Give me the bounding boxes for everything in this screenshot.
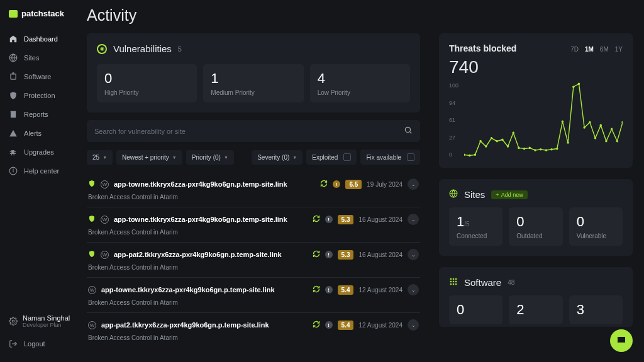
vulnerability-desc: Broken Access Control in Atarim [88, 194, 419, 200]
search-icon[interactable] [404, 126, 413, 136]
nav-label: Help center [24, 167, 59, 175]
warning-icon: ! [333, 180, 340, 188]
priority-filter[interactable]: Priority (0)▼ [186, 150, 234, 165]
range-tab-7d[interactable]: 7D [570, 46, 579, 53]
svg-point-41 [621, 121, 623, 124]
nav-item-sites[interactable]: Sites [0, 48, 80, 67]
stat-card[interactable]: 3 [569, 295, 623, 324]
search-input[interactable] [94, 128, 404, 135]
threats-panel: Threats blocked 7D1M6M1Y 740 1009461270 [439, 33, 633, 168]
threats-total: 740 [449, 57, 623, 77]
nav-item-help-center[interactable]: Help center [0, 162, 80, 180]
vulnerability-site: app-towne.tkkryx6zza-pxr4kg9ko6gn.p.temp… [114, 180, 287, 188]
svg-point-26 [540, 148, 541, 151]
chevron-down-icon: ▼ [292, 155, 297, 160]
svg-rect-45 [453, 278, 454, 280]
refresh-icon[interactable] [313, 285, 320, 294]
sites-title: Sites [464, 189, 485, 200]
nav-label: Protection [24, 92, 55, 99]
vulnerability-row[interactable]: W app-pat2.tkkryx6zza-pxr4kg9ko6gn.p.tem… [87, 242, 420, 277]
svg-point-40 [616, 140, 618, 143]
refresh-icon[interactable] [320, 180, 328, 189]
refresh-icon[interactable] [313, 215, 320, 224]
nav: DashboardSitesSoftwareProtectionReportsA… [0, 30, 80, 180]
nav-item-dashboard[interactable]: Dashboard [0, 30, 80, 48]
chevron-down-icon: ▼ [172, 155, 177, 160]
y-tick: 27 [449, 134, 458, 141]
stat-card[interactable]: 0 High Priority [97, 64, 197, 102]
severity-badge: 5.3 [338, 250, 354, 260]
svg-point-16 [485, 145, 487, 148]
vulnerability-date: 16 August 2024 [358, 251, 402, 258]
vulnerability-site: app-towne.tkkryx6zza-pxr4kg9ko6gn.p.temp… [101, 286, 275, 293]
more-button[interactable]: ⌄ [408, 284, 419, 295]
svg-point-36 [594, 137, 596, 140]
threats-title: Threats blocked [449, 43, 516, 53]
stat-num: 0 [104, 70, 189, 87]
more-button[interactable]: ⌄ [408, 249, 419, 260]
more-button[interactable]: ⌄ [408, 319, 419, 331]
range-tab-6m[interactable]: 6M [600, 46, 609, 53]
chat-fab[interactable] [610, 329, 633, 352]
stat-label: High Priority [104, 89, 189, 96]
stat-num: 0 [516, 214, 555, 230]
brand-logo[interactable]: patchstack [0, 9, 80, 30]
stat-card[interactable]: 1/5 Connected [449, 207, 502, 246]
vulnerability-site: app-towne.tkkryx6zza-pxr4kg9ko6gn.p.temp… [114, 216, 287, 223]
more-button[interactable]: ⌄ [408, 214, 419, 225]
stat-card[interactable]: 4 Low Priority [310, 64, 410, 102]
nav-item-software[interactable]: Software [0, 67, 80, 86]
svg-rect-44 [450, 278, 452, 280]
svg-point-10 [405, 127, 410, 132]
globe-icon [9, 53, 18, 62]
wordpress-icon: W [88, 286, 96, 294]
stat-card[interactable]: 1 Medium Priority [203, 64, 303, 102]
page-size-select[interactable]: 25▼ [87, 150, 113, 165]
nav-item-upgrades[interactable]: Upgrades [0, 143, 80, 162]
stat-card[interactable]: 0 Outdated [509, 207, 562, 246]
vulnerabilities-title: Vulnerabilities [113, 43, 172, 54]
vulnerability-row[interactable]: W app-towne.tkkryx6zza-pxr4kg9ko6gn.p.te… [87, 277, 420, 312]
svg-line-11 [410, 132, 412, 134]
fix-toggle[interactable]: Fix available [360, 150, 420, 165]
sort-select[interactable]: Newest + priority▼ [116, 150, 182, 165]
chevron-down-icon: ▼ [224, 155, 228, 160]
vulnerability-row[interactable]: W app-towne.tkkryx6zza-pxr4kg9ko6gn.p.te… [87, 207, 420, 242]
refresh-icon[interactable] [313, 321, 320, 329]
severity-badge: 6.5 [345, 180, 362, 189]
brand-icon [9, 10, 18, 18]
svg-rect-51 [453, 283, 454, 285]
exploited-toggle[interactable]: Exploited [306, 150, 357, 165]
more-button[interactable]: ⌄ [408, 178, 419, 190]
stat-num: 3 [577, 302, 615, 318]
nav-item-reports[interactable]: Reports [0, 105, 80, 124]
user-block[interactable]: Naman Singhal Developer Plan [0, 309, 80, 333]
vulnerability-row[interactable]: W app-towne.tkkryx6zza-pxr4kg9ko6gn.p.te… [87, 172, 420, 207]
vulnerabilities-icon: ◉ [97, 44, 107, 54]
nav-item-protection[interactable]: Protection [0, 86, 80, 105]
range-tab-1m[interactable]: 1M [585, 46, 594, 53]
svg-point-27 [545, 149, 547, 151]
search-bar[interactable] [87, 120, 420, 142]
svg-point-23 [523, 148, 525, 150]
stat-card[interactable]: 2 [509, 295, 562, 324]
svg-point-22 [518, 147, 519, 150]
add-site-button[interactable]: + Add new [491, 190, 527, 199]
logout-button[interactable]: Logout [0, 334, 80, 353]
svg-rect-49 [455, 281, 457, 282]
stat-num: 1/5 [457, 214, 495, 230]
stat-card[interactable]: 0 Vulnerable [569, 207, 623, 246]
svg-rect-48 [453, 281, 454, 282]
severity-filter[interactable]: Severity (0)▼ [252, 150, 303, 165]
nav-item-alerts[interactable]: Alerts [0, 124, 80, 143]
range-tab-1y[interactable]: 1Y [615, 46, 623, 53]
vulnerability-row[interactable]: W app-pat2.tkkryx6zza-pxr4kg9ko6gn.p.tem… [87, 312, 420, 348]
stat-card[interactable]: 0 [449, 295, 502, 324]
svg-point-8 [12, 320, 14, 322]
vulnerability-desc: Broken Access Control in Atarim [88, 299, 419, 306]
nav-label: Reports [24, 111, 48, 118]
svg-point-29 [556, 148, 558, 150]
shield-icon [88, 215, 96, 224]
puzzle-icon [9, 148, 18, 156]
refresh-icon[interactable] [313, 250, 320, 259]
